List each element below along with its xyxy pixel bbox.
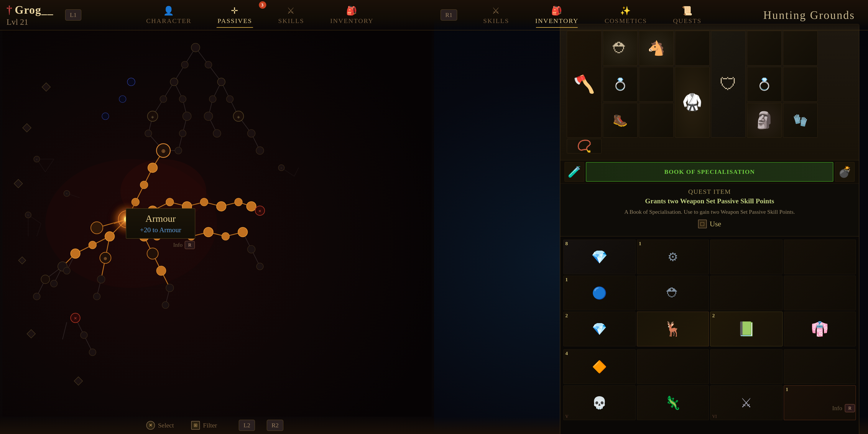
svg-point-131 <box>93 293 100 300</box>
svg-text:⊕: ⊕ <box>161 148 165 154</box>
svg-text:✕: ✕ <box>74 316 77 320</box>
ring-slot-1[interactable]: 💍 <box>603 67 638 101</box>
svg-point-82 <box>200 198 208 206</box>
inventory-icon: 🎒 <box>346 6 358 16</box>
book-of-specialisation-item[interactable]: Book of Specialisation <box>586 162 833 182</box>
info-r-btn[interactable]: R <box>845 404 855 412</box>
svg-point-86 <box>91 222 103 234</box>
inv-slot-7[interactable] <box>710 276 782 310</box>
inv-slot-1[interactable]: 8 💎 <box>563 240 636 274</box>
gear-icon-inv: ⚙ <box>668 250 678 264</box>
inv-slot-6[interactable]: ⛑ <box>637 276 709 310</box>
empty-slot-5[interactable] <box>783 67 818 101</box>
svg-point-102 <box>156 266 166 276</box>
info-label-text: Info <box>173 242 183 248</box>
tab-skills-right-label: SKILLS <box>483 17 509 25</box>
empty-slot-2[interactable] <box>747 31 782 65</box>
tab-inventory-right[interactable]: 🎒 INVENTORY <box>522 2 592 28</box>
inventory-grid-2: 4 🔶 V 💀 🦎 VI ⚔ 1 <box>560 349 859 434</box>
boots-slot[interactable]: 🥾 <box>603 103 638 137</box>
svg-point-76 <box>148 163 158 173</box>
inv-slot-11-book[interactable]: 2 📗 <box>710 312 782 346</box>
l1-button[interactable]: L1 <box>65 9 82 21</box>
empty-slot-3[interactable] <box>783 31 818 65</box>
inv-slot-9[interactable]: 2 💎 <box>563 312 636 346</box>
filter-button[interactable]: ⊞ <box>191 421 200 430</box>
tab-skills[interactable]: ⚔ SKILLS <box>265 2 317 28</box>
l2-button[interactable]: L2 <box>239 420 255 431</box>
chest-slot[interactable]: 🥋 <box>675 67 710 137</box>
inv-slot-19[interactable]: VI ⚔ <box>710 385 782 420</box>
svg-point-108 <box>160 96 167 103</box>
svg-point-88 <box>89 241 97 249</box>
r1-button[interactable]: R1 <box>440 9 457 21</box>
trinket-slot[interactable]: 🗿 <box>747 103 782 137</box>
svg-point-118 <box>145 130 152 137</box>
tab-cosmetics[interactable]: ✨ COSMETICS <box>592 2 660 28</box>
inv-slot-13[interactable]: 4 🔶 <box>563 349 636 384</box>
inv-slot-12-robe[interactable]: 👘 <box>784 312 856 346</box>
select-action: ✕ Select <box>146 421 174 430</box>
amulet-slot[interactable]: 📿 <box>567 139 601 153</box>
offhand-slot[interactable]: 🛡 <box>711 31 746 137</box>
tab-character[interactable]: 👤 CHARACTER <box>133 2 205 28</box>
info-r-action: Info R <box>832 404 855 412</box>
inv-slot-10-mask[interactable]: 🦌 <box>637 312 709 346</box>
svg-text:⊕: ⊕ <box>103 256 107 261</box>
inv-slot-16[interactable] <box>784 349 856 384</box>
tab-inventory[interactable]: 🎒 INVENTORY <box>317 2 387 28</box>
svg-point-127 <box>51 280 58 287</box>
tooltip-title: Armour <box>135 213 186 224</box>
passive-tree[interactable]: ⊕ ⊕ <box>0 30 434 416</box>
svg-point-105 <box>205 61 212 68</box>
inv-slot-8[interactable] <box>784 276 856 310</box>
claw-icon: 🦎 <box>665 395 681 410</box>
empty-slot-1[interactable] <box>675 31 710 65</box>
helm-slot[interactable]: ⛑ <box>603 31 638 65</box>
empty-slot-6[interactable] <box>639 103 674 137</box>
svg-point-94 <box>204 227 213 237</box>
x-button[interactable]: ✕ <box>146 421 155 430</box>
grenade-slot[interactable]: 💣 <box>835 162 855 182</box>
inv-slot-17[interactable]: V 💀 <box>563 385 636 420</box>
svg-point-151 <box>102 113 109 120</box>
sword-icon-inv: ⚔ <box>740 395 752 410</box>
mount-slot[interactable]: 🐴 <box>639 31 674 65</box>
svg-point-103 <box>191 43 200 52</box>
svg-point-96 <box>238 227 248 237</box>
info-text: Info <box>832 405 842 412</box>
svg-point-135 <box>81 332 88 339</box>
r-button[interactable]: R <box>185 241 195 249</box>
filter-label: Filter <box>203 422 217 429</box>
inv-slot-3[interactable] <box>710 240 782 274</box>
svg-point-121 <box>247 129 255 137</box>
svg-text:✕: ✕ <box>258 209 261 213</box>
inventory-icon-right: 🎒 <box>551 6 563 16</box>
empty-slot-4[interactable] <box>639 67 674 101</box>
tab-cosmetics-label: COSMETICS <box>604 17 647 25</box>
inv-slot-2[interactable]: 1 ⚙ <box>637 240 709 274</box>
use-button[interactable]: □ Use <box>567 216 852 232</box>
ring-slot-2[interactable]: 💍 <box>747 67 782 101</box>
tab-passives[interactable]: ✛ PASSIVES 3 <box>205 2 265 28</box>
location-title: Hunting Grounds <box>763 9 855 22</box>
inv-slot-14[interactable] <box>637 349 709 384</box>
gloves-slot[interactable]: 🧤 <box>783 103 818 137</box>
flask-slot[interactable]: 🧪 <box>565 162 584 182</box>
inv-slot-18[interactable]: 🦎 <box>637 385 709 420</box>
slot-count-2: 1 <box>639 241 642 247</box>
svg-point-85 <box>247 202 256 211</box>
svg-point-106 <box>170 78 178 86</box>
svg-point-87 <box>105 232 115 241</box>
r2-button[interactable]: R2 <box>267 420 283 431</box>
inv-slot-20[interactable]: 1 <box>784 385 856 420</box>
tooltip-stat: +20 to Armour <box>135 226 186 234</box>
main-screen: †Grog__ Lvl 21 L1 👤 CHARACTER ✛ PASSIVES… <box>0 0 868 434</box>
tab-skills-right[interactable]: ⚔ SKILLS <box>470 2 522 28</box>
inv-slot-4[interactable] <box>784 240 856 274</box>
weapon-slot[interactable]: 🪓 <box>567 31 601 137</box>
svg-point-136 <box>89 349 96 356</box>
inv-slot-15[interactable] <box>710 349 782 384</box>
inv-slot-5[interactable]: 1 🔵 <box>563 276 636 310</box>
tab-quests[interactable]: 📜 QUESTS <box>660 2 715 28</box>
